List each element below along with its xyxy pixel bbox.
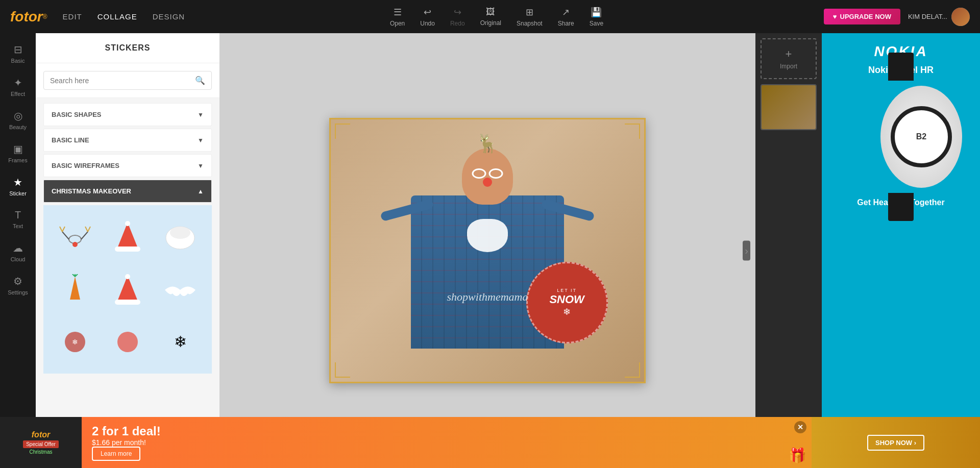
nav-design[interactable]: DESIGN xyxy=(153,12,185,21)
frame-corner-br xyxy=(625,362,640,378)
sticker-item-misc1[interactable]: ❄ xyxy=(51,318,99,366)
svg-marker-8 xyxy=(117,223,138,248)
category-basic-shapes[interactable]: BASIC SHAPES ▼ xyxy=(43,103,212,126)
frame-corner-tl xyxy=(335,124,350,139)
sidebar-item-beauty[interactable]: ◎ Beauty xyxy=(0,105,36,135)
canvas-wrapper[interactable]: 🦌 L xyxy=(329,118,646,383)
banner-deal-text: 2 for 1 deal! xyxy=(92,424,161,438)
banner-fotor-logo: fotor xyxy=(32,430,50,439)
nav-edit[interactable]: EDIT xyxy=(63,12,82,21)
bottom-banner: fotor Special Offer Christmas 2 for 1 de… xyxy=(0,417,980,468)
banner-main-content: 2 for 1 deal! $1.66 per month! Learn mor… xyxy=(82,419,812,466)
search-wrapper: 🔍 xyxy=(43,71,212,90)
snapshot-button[interactable]: ⊞ Snapshot xyxy=(517,7,543,27)
svg-point-7 xyxy=(72,242,78,247)
nav-collage[interactable]: COLLAGE xyxy=(97,12,137,21)
save-button[interactable]: 💾 Save xyxy=(590,7,603,27)
category-basic-line[interactable]: BASIC LINE ▼ xyxy=(43,129,212,152)
chevron-down-icon: ▼ xyxy=(198,162,204,169)
banner-product-image: SHOP NOW › xyxy=(812,417,980,468)
svg-line-5 xyxy=(85,227,88,232)
svg-point-12 xyxy=(170,227,190,239)
toolbar: ☰ Open ↩ Undo ↪ Redo 🖼 Original ⊞ Snapsh… xyxy=(390,7,603,27)
thumbnail-img xyxy=(762,85,816,129)
category-basic-wireframes[interactable]: BASIC WIREFRAMES ▼ xyxy=(43,154,212,177)
open-button[interactable]: ☰ Open xyxy=(390,7,405,27)
watch-image: B2 xyxy=(880,86,962,188)
chevron-down-icon: ▼ xyxy=(198,137,204,144)
undo-button[interactable]: ↩ Undo xyxy=(420,7,435,27)
ad-panel: NOKIA Nokia Steel HR B2 Get Healthier To… xyxy=(822,33,980,468)
top-right-area: UPGRADE NOW KIM DELAT... xyxy=(824,8,970,26)
undo-icon: ↩ xyxy=(424,7,431,18)
canvas-photo: 🦌 L xyxy=(329,118,646,383)
frames-icon: ▣ xyxy=(13,143,23,155)
app-logo[interactable]: fotor ® xyxy=(10,9,47,25)
svg-marker-17 xyxy=(117,276,138,301)
chevron-down-icon: ▼ xyxy=(198,111,204,118)
sidebar-item-basic[interactable]: ⊟ Basic xyxy=(0,38,36,69)
frame-corner-bl xyxy=(335,362,350,378)
canvas-area: 🦌 L xyxy=(219,33,755,468)
import-button[interactable]: + Import xyxy=(761,38,817,79)
sticker-item-reindeer[interactable] xyxy=(51,213,99,260)
sticker-item-misc3[interactable]: ❄ xyxy=(157,318,204,366)
sticker-item-santa-hat[interactable] xyxy=(104,213,151,260)
ad-content: NOKIA Nokia Steel HR B2 Get Healthier To… xyxy=(822,33,980,434)
stickers-title: STICKERS xyxy=(36,33,219,63)
open-icon: ☰ xyxy=(394,7,402,18)
sticker-item-carrot[interactable] xyxy=(51,265,99,313)
import-label: Import xyxy=(780,63,797,70)
canvas-next-button[interactable]: › xyxy=(743,241,750,261)
snapshot-icon: ⊞ xyxy=(526,7,533,18)
category-christmas-makeover[interactable]: CHRISTMAS MAKEOVER ▲ xyxy=(43,180,212,203)
original-button[interactable]: 🖼 Original xyxy=(480,7,501,27)
banner-learn-more-button[interactable]: Learn more xyxy=(92,447,140,461)
search-area: 🔍 xyxy=(36,63,219,98)
banner-shop-now-button[interactable]: SHOP NOW › xyxy=(867,435,924,451)
thumbnail-image[interactable] xyxy=(761,84,817,130)
svg-line-3 xyxy=(62,227,65,232)
banner-christmas-label: Christmas xyxy=(29,449,52,455)
banner-special-offer: Special Offer xyxy=(23,440,59,448)
original-icon: 🖼 xyxy=(486,7,495,17)
sidebar-item-text[interactable]: T Text xyxy=(0,204,36,234)
banner-price-text: $1.66 per month! xyxy=(92,438,146,447)
watermark-text: shopwithmemama xyxy=(447,290,528,304)
svg-point-22 xyxy=(117,332,138,352)
user-menu[interactable]: KIM DELAT... xyxy=(908,8,970,26)
logo-sup: ® xyxy=(43,13,47,20)
sidebar-item-frames[interactable]: ▣ Frames xyxy=(0,138,36,168)
watch-face: B2 xyxy=(891,106,952,167)
user-avatar[interactable] xyxy=(951,8,970,26)
sidebar-item-effect[interactable]: ✦ Effect xyxy=(0,71,36,102)
sidebar-icons: ⊟ Basic ✦ Effect ◎ Beauty ▣ Frames ★ Sti… xyxy=(0,33,36,468)
svg-point-19 xyxy=(125,274,130,279)
svg-rect-18 xyxy=(115,300,140,305)
beauty-icon: ◎ xyxy=(14,110,22,122)
sticker-item-santa-hat-2[interactable] xyxy=(104,265,151,313)
redo-button[interactable]: ↪ Redo xyxy=(450,7,465,27)
svg-line-6 xyxy=(88,227,90,232)
share-button[interactable]: ↗ Share xyxy=(558,7,574,27)
redo-icon: ↪ xyxy=(454,7,461,18)
top-navigation: fotor ® EDIT COLLAGE DESIGN ☰ Open ↩ Und… xyxy=(0,0,980,33)
logo-text: fotor xyxy=(10,9,43,25)
effect-icon: ✦ xyxy=(14,77,22,89)
sticker-item-mustache[interactable] xyxy=(157,265,204,313)
sidebar-item-cloud[interactable]: ☁ Cloud xyxy=(0,237,36,267)
frame-corner-tr xyxy=(625,124,640,139)
stickers-grid: ❄ ❄ xyxy=(43,205,212,374)
upgrade-now-button[interactable]: UPGRADE NOW xyxy=(824,9,900,24)
sidebar-item-settings[interactable]: ⚙ Settings xyxy=(0,270,36,301)
sticker-item-beard[interactable] xyxy=(157,213,204,260)
search-icon[interactable]: 🔍 xyxy=(195,76,205,85)
main-layout: ⊟ Basic ✦ Effect ◎ Beauty ▣ Frames ★ Sti… xyxy=(0,33,980,468)
banner-close-button[interactable]: ✕ xyxy=(794,421,806,433)
username-label: KIM DELAT... xyxy=(908,13,947,20)
sticker-item-misc2[interactable] xyxy=(104,318,151,366)
svg-point-10 xyxy=(125,221,130,226)
sidebar-item-sticker[interactable]: ★ Sticker xyxy=(0,171,36,202)
right-panel: + Import 🗑 Clear All xyxy=(755,33,822,468)
search-input[interactable] xyxy=(50,77,191,85)
